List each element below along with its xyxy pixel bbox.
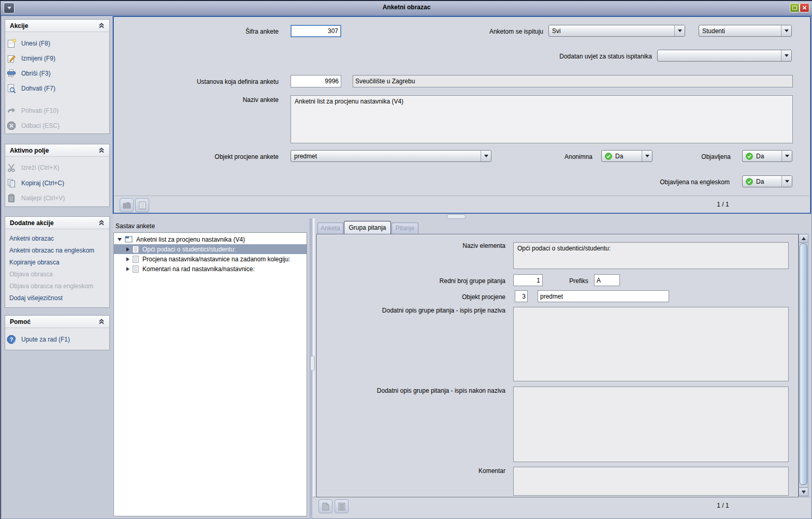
- action-label: Obriši (F3): [21, 70, 51, 77]
- vertical-splitter-handle[interactable]: [310, 355, 315, 371]
- close-button[interactable]: ✕: [800, 3, 809, 12]
- dropdown-value: Svi: [549, 27, 674, 35]
- dodatan-uvjet-dropdown[interactable]: [657, 50, 792, 62]
- anketom-se-ispituju-label: Anketom se ispituju: [440, 27, 543, 36]
- dropdown-button[interactable]: [781, 50, 791, 61]
- link-anketni-obrazac-engleski[interactable]: Anketni obrazac na engleskom: [9, 246, 94, 255]
- dropdown-button[interactable]: [781, 176, 792, 187]
- tree-expander-open-icon[interactable]: [118, 238, 122, 241]
- dropdown-value: predmet: [291, 153, 481, 160]
- komentar-label: Komentar: [402, 467, 505, 475]
- dropdown-button[interactable]: [481, 151, 491, 161]
- panel-pomoc-header: Pomoć: [5, 316, 109, 328]
- objekt-procjene-code-input[interactable]: [515, 290, 528, 302]
- edit-pencil-icon: [6, 53, 17, 64]
- objekt-procjene-ankete-label: Objekt procjene ankete: [175, 153, 279, 161]
- prefiks-label: Prefiks: [549, 277, 588, 285]
- opis-prije-textarea[interactable]: [513, 307, 789, 381]
- tree-item-label: Komentari na rad nastavnika/nastavnice:: [142, 265, 255, 273]
- link-objava-obrasca-engleski[interactable]: Objava obrasca na engleskom: [9, 281, 93, 291]
- check-circle-icon: [605, 153, 612, 160]
- naziv-ankete-textarea[interactable]: Anketni list za procjenu nastavnika (V4): [291, 95, 793, 143]
- list-toolbar-button[interactable]: [335, 499, 349, 513]
- collapse-icon[interactable]: [98, 147, 105, 153]
- tab-grupa-pitanja[interactable]: Grupa pitanja: [344, 221, 391, 234]
- maximize-button[interactable]: [790, 3, 800, 12]
- dropdown-button[interactable]: [674, 25, 685, 36]
- objavljena-dropdown[interactable]: Da: [742, 150, 792, 162]
- anonimna-label: Anonimna: [541, 153, 592, 161]
- folder-toolbar-button[interactable]: [120, 198, 134, 212]
- link-objava-obrasca[interactable]: Objava obrasca: [9, 270, 53, 279]
- panel-title: Aktivno polje: [10, 147, 49, 154]
- scrollbar-thumb[interactable]: [800, 243, 807, 485]
- link-anketni-obrazac[interactable]: Anketni obrazac: [9, 234, 54, 243]
- opis-nakon-textarea[interactable]: [513, 387, 789, 462]
- horizontal-splitter-handle[interactable]: [447, 214, 466, 219]
- anketom-se-ispituju-dropdown[interactable]: Svi: [548, 25, 685, 37]
- ustanova-name-input[interactable]: [353, 75, 793, 87]
- tree-item-opci-podaci[interactable]: Opći podaci o studentici/studentu:: [114, 244, 307, 254]
- link-dodaj-visejezicnost[interactable]: Dodaj višejezičnost: [9, 293, 63, 303]
- accept-arrow-icon: [6, 106, 17, 116]
- tree-expander-closed-icon[interactable]: [126, 247, 129, 251]
- objavljena-na-engleskom-dropdown[interactable]: Da: [742, 175, 792, 187]
- objekt-procjene-ankete-dropdown[interactable]: predmet: [291, 150, 491, 162]
- naziv-ankete-label: Naziv ankete: [175, 96, 279, 104]
- dropdown-button[interactable]: [781, 25, 791, 36]
- tree-item-procjena[interactable]: Procjena nastavnika/nastavnice na zadano…: [114, 254, 307, 264]
- collapse-icon[interactable]: [98, 319, 105, 324]
- scissors-icon: [6, 162, 17, 173]
- group-pagination: 1 / 1: [697, 502, 749, 509]
- objekt-procjene-text-input[interactable]: [538, 290, 669, 302]
- tree-item-label: Procjena nastavnika/nastavnice na zadano…: [142, 256, 291, 263]
- tab-pitanje[interactable]: Pitanje: [392, 223, 418, 234]
- sifra-ankete-input[interactable]: [291, 25, 341, 37]
- action-label: Prihvati (F10): [21, 107, 59, 114]
- folder-toolbar-button[interactable]: [318, 499, 332, 513]
- naziv-elementa-textarea[interactable]: Opći podaci o studentici/studentu:: [513, 242, 789, 269]
- action-label: Nalijepi (Ctrl+V): [21, 195, 65, 202]
- redni-broj-input[interactable]: [513, 274, 543, 286]
- collapse-icon[interactable]: [98, 220, 105, 226]
- survey-form-icon: [125, 236, 133, 243]
- prefiks-input[interactable]: [594, 274, 620, 286]
- link-kopiranje-obrasca[interactable]: Kopiranje obrasca: [9, 258, 60, 267]
- objekt-procjene-label: Objekt procjene: [402, 293, 505, 301]
- chevron-down-icon: [7, 7, 11, 9]
- check-circle-icon: [746, 153, 753, 160]
- sastav-ankete-title: Sastav ankete: [115, 222, 219, 230]
- tree-item-komentari[interactable]: Komentari na rad nastavnika/nastavnice:: [114, 264, 307, 274]
- tree-expander-closed-icon[interactable]: [126, 267, 129, 271]
- tab-anketa[interactable]: Anketa: [317, 223, 343, 234]
- question-group-icon: [133, 246, 139, 253]
- objavljena-na-engleskom-label: Objavljena na engleskom: [600, 178, 730, 186]
- chevron-down-icon: [678, 29, 682, 32]
- window-menu-button[interactable]: [4, 3, 15, 13]
- dodatan-uvjet-label: Dodatan uvjet za status ispitanika: [533, 52, 652, 61]
- panel-title: Dodatne akcije: [10, 219, 54, 227]
- collapse-icon[interactable]: [98, 23, 105, 28]
- komentar-textarea[interactable]: [513, 467, 789, 496]
- dropdown-button[interactable]: [642, 151, 652, 161]
- triangle-up-icon: [802, 237, 806, 240]
- action-label: Izreži (Ctrl+X): [21, 164, 60, 171]
- ustanova-label: Ustanova koja definira anketu: [175, 78, 279, 86]
- chevron-down-icon: [645, 155, 649, 157]
- scroll-down-button[interactable]: [799, 487, 808, 496]
- ustanova-code-input[interactable]: [291, 75, 341, 87]
- anonimna-dropdown[interactable]: Da: [601, 150, 653, 162]
- scroll-up-button[interactable]: [799, 234, 808, 243]
- dropdown-button[interactable]: [781, 151, 792, 161]
- tree-item-root[interactable]: Anketni list za procjenu nastavnika (V4): [114, 234, 307, 244]
- chevron-down-icon: [785, 180, 789, 183]
- list-toolbar-button[interactable]: [135, 198, 149, 212]
- opis-prije-label: Dodatni opis grupe pitanja - ispis prije…: [319, 306, 505, 315]
- studenti-dropdown[interactable]: Studenti: [699, 25, 792, 37]
- copy-icon: [6, 178, 17, 188]
- question-group-icon: [133, 256, 139, 263]
- shredder-delete-icon: [6, 68, 17, 79]
- chevron-down-icon: [785, 155, 789, 157]
- tree-item-label: Opći podaci o studentici/studentu:: [142, 246, 236, 253]
- tree-expander-closed-icon[interactable]: [126, 257, 129, 261]
